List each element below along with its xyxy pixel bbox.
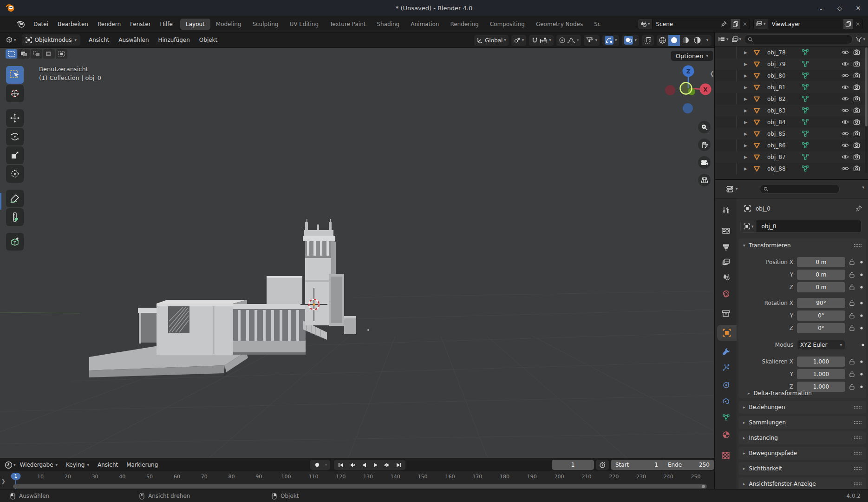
- disable-render-camera-icon[interactable]: [853, 142, 860, 148]
- hide-eye-icon[interactable]: [842, 119, 849, 125]
- workspace-tab[interactable]: Texture Paint: [324, 19, 371, 30]
- select-mode-new-button[interactable]: [6, 49, 17, 59]
- frame-tick[interactable]: 140: [391, 474, 400, 480]
- measure-tool[interactable]: [6, 208, 24, 226]
- properties-editor-dropdown[interactable]: ▾: [726, 185, 738, 193]
- animate-dot-icon[interactable]: [860, 301, 863, 305]
- object-name[interactable]: obj_86: [767, 142, 786, 149]
- transform-tool[interactable]: [6, 165, 24, 183]
- current-frame-field[interactable]: 1: [552, 460, 594, 470]
- expand-arrow-icon[interactable]: ▶: [744, 85, 747, 90]
- outliner-filter-dropdown[interactable]: ▾: [731, 36, 742, 43]
- viewport-menu-item[interactable]: Ansicht: [84, 37, 114, 43]
- tab-constraints[interactable]: [715, 393, 737, 409]
- add-cube-tool[interactable]: [6, 233, 24, 251]
- object-name[interactable]: obj_82: [767, 96, 786, 102]
- hide-eye-icon[interactable]: [842, 85, 849, 90]
- frame-tick[interactable]: 100: [281, 474, 291, 480]
- workspace-tab[interactable]: Sc: [588, 19, 606, 30]
- blender-app-menu-icon[interactable]: [15, 18, 27, 30]
- maximize-button[interactable]: ◇: [834, 2, 846, 14]
- mesh-data-icon[interactable]: [802, 165, 809, 172]
- disable-render-camera-icon[interactable]: [853, 154, 860, 160]
- disable-render-camera-icon[interactable]: [853, 73, 860, 79]
- frame-tick[interactable]: 150: [418, 474, 428, 480]
- expand-arrow-icon[interactable]: ▶: [744, 120, 747, 125]
- pivot-point-dropdown[interactable]: ▾: [511, 35, 527, 46]
- tab-tool[interactable]: [715, 202, 737, 218]
- disable-render-camera-icon[interactable]: [853, 84, 860, 90]
- select-mode-intersect-button[interactable]: [56, 49, 67, 59]
- frame-tick[interactable]: 110: [308, 474, 318, 480]
- value-field[interactable]: 0°: [797, 323, 845, 333]
- unlock-icon[interactable]: [849, 325, 855, 331]
- rotation-mode-dropdown[interactable]: XYZ Euler▾: [797, 340, 845, 350]
- frame-tick[interactable]: 160: [445, 474, 455, 480]
- collapsed-panel[interactable]: ▸ Beziehungen: [738, 401, 866, 414]
- panel-grip-icon[interactable]: [854, 244, 861, 247]
- value-field[interactable]: 1.000: [797, 369, 845, 379]
- scale-tool[interactable]: [6, 146, 24, 164]
- outliner-row[interactable]: ▶ obj_85: [715, 128, 868, 139]
- overlays-toggle[interactable]: ▾: [622, 35, 639, 46]
- outliner-row[interactable]: ▶ obj_87: [715, 151, 868, 163]
- unlock-icon[interactable]: [849, 312, 855, 319]
- frame-tick[interactable]: 200: [555, 474, 564, 480]
- hide-eye-icon[interactable]: [842, 61, 849, 66]
- timeline-scrollbar-knob[interactable]: [702, 485, 705, 488]
- outliner-row[interactable]: ▶ obj_84: [715, 116, 868, 128]
- animate-dot-icon[interactable]: [860, 360, 863, 363]
- outliner-row[interactable]: ▶ obj_88: [715, 163, 868, 174]
- camera-view-button[interactable]: [698, 156, 711, 169]
- marker-menu[interactable]: Markierung: [122, 462, 162, 468]
- tab-modifiers[interactable]: [715, 343, 737, 359]
- panel-grip-icon[interactable]: [854, 482, 861, 486]
- hide-eye-icon[interactable]: [842, 50, 849, 55]
- animate-dot-icon[interactable]: [860, 314, 863, 317]
- disable-render-camera-icon[interactable]: [853, 165, 860, 172]
- tab-particles[interactable]: [715, 359, 737, 375]
- frame-tick[interactable]: 10: [37, 474, 44, 480]
- animate-dot-icon[interactable]: [861, 343, 865, 347]
- hide-eye-icon[interactable]: [842, 143, 849, 148]
- scene-pin-icon[interactable]: [718, 19, 729, 29]
- frame-tick[interactable]: 70: [201, 474, 208, 480]
- expand-arrow-icon[interactable]: ▶: [744, 73, 747, 78]
- unlock-icon[interactable]: [849, 371, 855, 377]
- frame-tick[interactable]: 50: [146, 474, 153, 480]
- expand-arrow-icon[interactable]: ▶: [744, 132, 747, 136]
- outliner-row[interactable]: ▶ obj_83: [715, 105, 868, 116]
- hide-eye-icon[interactable]: [842, 108, 849, 113]
- mesh-data-icon[interactable]: [802, 107, 809, 114]
- frame-tick[interactable]: 90: [255, 474, 262, 480]
- animate-dot-icon[interactable]: [860, 260, 863, 264]
- shading-rendered-button[interactable]: [692, 35, 703, 46]
- scene-icon[interactable]: ▾: [638, 19, 653, 29]
- frame-tick[interactable]: 120: [336, 474, 346, 480]
- hide-eye-icon[interactable]: [842, 166, 849, 171]
- current-frame-indicator[interactable]: 1: [11, 473, 21, 480]
- viewport-canvas[interactable]: Benutzeransicht (1) Collection | obj_0 O…: [0, 48, 714, 458]
- frame-tick[interactable]: 210: [581, 474, 591, 480]
- frame-tick[interactable]: 220: [609, 474, 619, 480]
- menubar-item[interactable]: Fenster: [125, 19, 156, 30]
- mesh-data-icon[interactable]: [802, 49, 809, 56]
- frame-tick[interactable]: 250: [691, 474, 701, 480]
- value-field[interactable]: 90°: [797, 298, 845, 308]
- animate-dot-icon[interactable]: [860, 372, 863, 376]
- expand-arrow-icon[interactable]: ▶: [744, 166, 747, 171]
- expand-arrow-icon[interactable]: ▶: [744, 62, 747, 66]
- use-preview-range-button[interactable]: [596, 460, 609, 470]
- tab-material[interactable]: [715, 427, 737, 443]
- outliner-row[interactable]: ▶ obj_81: [715, 81, 868, 93]
- workspace-tab[interactable]: Rendering: [444, 19, 484, 30]
- expand-arrow-icon[interactable]: ▶: [744, 108, 747, 113]
- menubar-item[interactable]: Rendern: [93, 19, 125, 30]
- properties-options-dropdown[interactable]: ▾: [862, 185, 864, 190]
- minimize-button[interactable]: ⌄: [815, 2, 827, 14]
- shading-solid-button[interactable]: [668, 35, 680, 46]
- workspace-tab[interactable]: Geometry Nodes: [530, 19, 588, 30]
- viewport-menu-item[interactable]: Auswählen: [114, 37, 153, 43]
- unlock-icon[interactable]: [849, 383, 855, 390]
- viewlayer-copy-button[interactable]: [843, 19, 853, 29]
